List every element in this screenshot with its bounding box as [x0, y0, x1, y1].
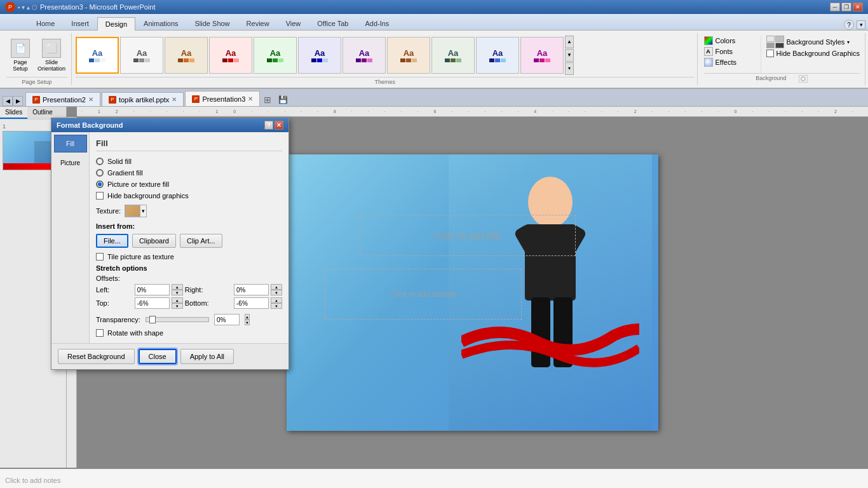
page-setup-btn[interactable]: 📄 Page Setup	[6, 36, 34, 75]
tab-prev-btn[interactable]: ◀	[3, 96, 13, 106]
gradient-fill-radio[interactable]	[96, 169, 104, 177]
theme-item-10[interactable]: Aa	[520, 37, 564, 74]
colors-btn[interactable]: Colors	[704, 36, 757, 46]
tab-addins[interactable]: Add-Ins	[356, 17, 397, 30]
themes-scroll-down[interactable]: ▼	[565, 49, 574, 62]
left-value[interactable]: 0%	[135, 284, 170, 295]
fonts-btn[interactable]: A Fonts	[704, 46, 757, 57]
theme-item-5[interactable]: Aa	[298, 37, 341, 74]
theme-item-3[interactable]: Aa	[209, 37, 252, 74]
transparency-slider[interactable]	[146, 317, 209, 322]
hide-bg-graphics-row[interactable]: Hide Background Graphics	[766, 50, 860, 57]
tab-slideshow[interactable]: Slide Show	[187, 17, 238, 30]
doc-tab-1[interactable]: P topik artikel.pptx ✕	[102, 92, 184, 106]
hide-bg-checkbox[interactable]	[766, 50, 774, 57]
slides-tab[interactable]: Slides	[0, 107, 27, 119]
doc-tab-0[interactable]: P Presentation2 ✕	[25, 92, 100, 106]
slide-orientation-btn[interactable]: ⬜ Slide Orientation	[36, 36, 67, 75]
close-dialog-btn[interactable]: Close	[139, 349, 177, 364]
theme-item-1[interactable]: Aa	[120, 37, 163, 74]
help-btn[interactable]: ?	[844, 20, 854, 30]
slide-thumbnail[interactable]	[3, 131, 58, 170]
tab-insert[interactable]: Insert	[63, 17, 97, 30]
top-value[interactable]: -6%	[135, 297, 170, 309]
minimize-btn[interactable]: ─	[830, 3, 840, 11]
picture-fill-row[interactable]: Picture or texture fill	[96, 180, 282, 188]
rotate-checkbox[interactable]	[96, 329, 104, 337]
apply-to-all-btn[interactable]: Apply to All	[180, 349, 234, 364]
reset-background-btn[interactable]: Reset Background	[58, 349, 135, 364]
hide-bg-row[interactable]: Hide background graphics	[96, 192, 282, 200]
tile-row[interactable]: Tile picture as texture	[96, 253, 282, 261]
dialog-help-btn[interactable]: ?	[264, 121, 273, 130]
effects-btn[interactable]: Effects	[704, 57, 757, 67]
top-down-btn[interactable]: ▼	[172, 303, 183, 309]
bottom-value[interactable]: -6%	[234, 297, 269, 309]
clipboard-btn[interactable]: Clipboard	[132, 234, 176, 248]
title-bar: P ▪ ▾ ▴ ⬡ Presentation3 - Microsoft Powe…	[0, 0, 868, 14]
background-styles-btn[interactable]: Background Styles ▾	[766, 36, 860, 48]
subtitle-placeholder[interactable]: Click to add subtitle	[325, 269, 522, 320]
close-btn[interactable]: ✕	[853, 3, 863, 11]
doc-tab-close-1[interactable]: ✕	[172, 96, 177, 103]
transparency-down-btn[interactable]: ▼	[245, 320, 250, 325]
tab-review[interactable]: Review	[238, 17, 278, 30]
texture-picker[interactable]: ▾	[125, 205, 147, 217]
transparency-up-btn[interactable]: ▲	[245, 314, 250, 320]
theme-item-2[interactable]: Aa	[165, 37, 208, 74]
right-value[interactable]: 0%	[234, 284, 269, 295]
rotate-row[interactable]: Rotate with shape	[96, 329, 282, 337]
theme-item-0[interactable]: Aa	[76, 37, 119, 74]
dialog-title-controls[interactable]: ? ✕	[264, 121, 283, 130]
top-up-btn[interactable]: ▲	[172, 297, 183, 303]
doc-tab-close-2[interactable]: ✕	[248, 95, 253, 102]
transparency-thumb[interactable]	[149, 316, 156, 323]
solid-fill-row[interactable]: Solid fill	[96, 158, 282, 165]
themes-scroll[interactable]: ▲ ▼ ▾	[565, 36, 574, 75]
theme-item-4[interactable]: Aa	[254, 37, 297, 74]
doc-tab-close-0[interactable]: ✕	[88, 96, 93, 103]
theme-item-6[interactable]: Aa	[342, 37, 386, 74]
transparency-value[interactable]: 0%	[214, 314, 240, 325]
hide-bg-checkbox[interactable]	[96, 192, 104, 200]
title-placeholder[interactable]: Click to add title	[360, 215, 576, 256]
left-up-btn[interactable]: ▲	[172, 284, 183, 290]
tab-officetab[interactable]: Office Tab	[309, 17, 356, 30]
file-btn[interactable]: File...	[96, 234, 128, 248]
dialog-close-btn[interactable]: ✕	[275, 121, 283, 130]
theme-item-7[interactable]: Aa	[387, 37, 430, 74]
tab-view[interactable]: View	[278, 17, 309, 30]
doc-tab-2[interactable]: P Presentation3 ✕	[185, 91, 260, 106]
new-tab-btn[interactable]: ⊞	[261, 93, 274, 106]
picture-sidebar-btn[interactable]: Picture	[54, 154, 87, 172]
texture-dropdown-btn[interactable]: ▾	[140, 208, 146, 214]
themes-scroll-more[interactable]: ▾	[565, 62, 574, 75]
themes-scroll-up[interactable]: ▲	[565, 36, 574, 48]
tab-design[interactable]: Design	[97, 17, 135, 30]
left-down-btn[interactable]: ▼	[172, 290, 183, 295]
theme-item-9[interactable]: Aa	[476, 37, 519, 74]
fill-sidebar-btn[interactable]: Fill	[54, 135, 87, 152]
gradient-fill-row[interactable]: Gradient fill	[96, 169, 282, 177]
notes-area[interactable]: Click to add notes	[0, 468, 868, 488]
clip-art-btn[interactable]: Clip Art...	[180, 234, 222, 248]
slide-canvas[interactable]: Click to add title Click to add subtitle	[287, 154, 658, 431]
fill-section-title: Fill	[96, 139, 282, 151]
texture-label: Texture:	[96, 207, 121, 215]
right-up-btn[interactable]: ▲	[271, 284, 282, 290]
tab-animations[interactable]: Animations	[135, 17, 186, 30]
bottom-down-btn[interactable]: ▼	[271, 303, 282, 309]
restore-btn[interactable]: ❐	[841, 3, 851, 11]
ribbon-minimize-btn[interactable]: ▾	[857, 20, 865, 29]
save-tab-btn[interactable]: 💾	[276, 93, 289, 106]
picture-fill-radio[interactable]	[96, 180, 104, 188]
solid-fill-radio[interactable]	[96, 158, 104, 165]
tile-checkbox[interactable]	[96, 253, 104, 261]
tab-home[interactable]: Home	[28, 17, 63, 30]
background-expand-btn[interactable]: ⬡	[799, 75, 808, 83]
title-bar-controls[interactable]: ─ ❐ ✕	[830, 3, 863, 11]
tab-next-btn[interactable]: ▶	[13, 96, 23, 106]
right-down-btn[interactable]: ▼	[271, 290, 282, 295]
bottom-up-btn[interactable]: ▲	[271, 297, 282, 303]
theme-item-8[interactable]: Aa	[431, 37, 475, 74]
